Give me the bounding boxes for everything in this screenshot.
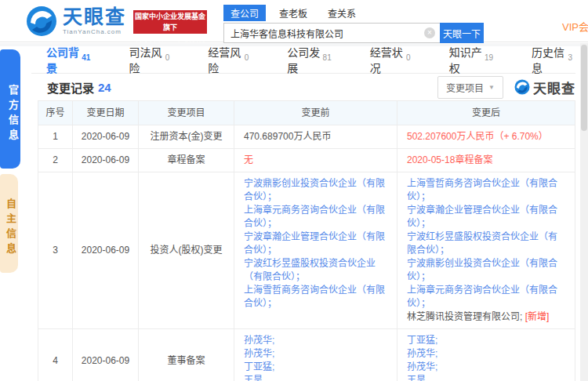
cell-item: 董事备案 <box>139 329 234 381</box>
clear-icon[interactable]: × <box>424 27 435 38</box>
entity-link[interactable]: 孙茂华; <box>407 361 437 372</box>
entity-link[interactable]: 上海雪哲商务咨询合伙企业（有限合伙）； <box>407 178 557 202</box>
table-row: 22020-06-09章程备案无2020-05-18章程备案 <box>38 149 575 172</box>
cell-text: 470.689700万人民币 <box>244 131 331 142</box>
entity-link[interactable]: 丁亚猛; <box>244 361 274 372</box>
cell-text: 林芝腾讯投资管理有限公司; <box>407 311 525 322</box>
badge-line2: 官方备案企业征信机构 <box>133 33 207 44</box>
cell-line: 孙茂华; <box>407 347 437 361</box>
nav-tab-公司背景[interactable]: 公司背景41 <box>43 46 93 73</box>
nav-tab-label: 经营状况 <box>370 44 404 75</box>
scrollbar-thumb[interactable] <box>581 45 587 131</box>
search-tab-查关系[interactable]: 查关系 <box>321 5 363 21</box>
table-header-cell: 变更日期 <box>73 101 139 125</box>
search-tab-查老板[interactable]: 查老板 <box>272 5 314 21</box>
cell-line: 王昊 <box>244 374 263 381</box>
nav-tab-经营状况[interactable]: 经营状况0 <box>367 46 414 73</box>
cell-after: 丁亚猛;孙茂华;孙茂华;王昊 <box>397 329 575 381</box>
entity-link[interactable]: 孙茂华; <box>244 348 274 359</box>
entity-link[interactable]: 王昊 <box>244 375 263 381</box>
side-tab-官方信息[interactable]: 官方信息 <box>0 49 20 169</box>
nav-tab-count: 0 <box>165 53 170 62</box>
entity-link[interactable]: 宁波鼎影创业投资合伙企业（有限合伙）； <box>244 178 385 202</box>
certification-badge: 国家中小企业发展基金旗下 官方备案企业征信机构 <box>133 10 207 34</box>
entity-link[interactable]: 上海章元商务咨询合伙企业（有限合伙）； <box>407 285 557 309</box>
nav-tab-count: 81 <box>323 53 332 62</box>
nav-tab-label: 公司背景 <box>46 44 79 75</box>
cell-line: 宁波红杉昱盛股权投资合伙企业（有限合伙）； <box>244 257 387 284</box>
watermark-eye-icon <box>514 79 530 95</box>
cell-line: 无 <box>244 154 253 167</box>
cell-no: 3 <box>38 172 73 328</box>
nav-tab-司法风险[interactable]: 司法风险0 <box>125 46 172 73</box>
entity-link[interactable]: 上海章元商务咨询合伙企业（有限合伙）； <box>244 205 385 229</box>
entity-link[interactable]: 丁亚猛; <box>407 335 437 346</box>
entity-link[interactable]: 宁波鼎影创业投资合伙企业（有限合伙）； <box>407 258 557 282</box>
change-count-badge: 24 <box>98 81 111 94</box>
cell-line: 丁亚猛; <box>407 334 437 347</box>
entity-link[interactable]: 宁波红杉昱盛股权投资合伙企业（有限合伙）； <box>244 258 376 282</box>
cell-line: 丁亚猛; <box>244 361 274 374</box>
page-scrollbar[interactable] <box>580 43 588 381</box>
table-header-cell: 序号 <box>38 101 73 125</box>
nav-tab-count: 19 <box>485 53 493 62</box>
nav-tab-label: 经营风险 <box>208 44 241 75</box>
entity-link[interactable]: 上海雪哲商务咨询合伙企业（有限合伙）； <box>244 285 385 309</box>
cell-date: 2020-06-09 <box>73 329 139 381</box>
cell-line: 王昊 <box>407 374 426 381</box>
cell-line: 孙茂华; <box>244 347 274 361</box>
nav-tab-label: 历史信息 <box>532 44 565 75</box>
change-item-filter-dropdown[interactable]: 变更项目 ▼ <box>437 76 503 99</box>
search-module: 查公司查老板查关系 × 天眼一下 <box>223 5 484 43</box>
entity-link[interactable]: 宁波章瀚企业管理合伙企业（有限合伙）； <box>407 205 557 229</box>
nav-tab-label: 司法风险 <box>129 44 162 75</box>
company-nav-tabs: 公司背景41司法风险0经营风险0公司发展81经营状况0知识产权19历史信息3 <box>31 46 575 74</box>
cell-before: 宁波鼎影创业投资合伙企业（有限合伙）；上海章元商务咨询合伙企业（有限合伙）；宁波… <box>234 172 397 328</box>
cell-before: 孙茂华;孙茂华;丁亚猛;王昊 <box>234 329 397 381</box>
table-header-cell: 变更后 <box>397 101 575 125</box>
nav-tab-经营风险[interactable]: 经营风险0 <box>205 46 252 73</box>
change-table-body: 12020-06-09注册资本(金)变更470.689700万人民币502.20… <box>38 125 575 381</box>
cell-line: 宁波章瀚企业管理合伙企业（有限合伙）； <box>407 204 565 230</box>
cell-text: 2020-05-18章程备案 <box>407 154 492 165</box>
badge-line1: 国家中小企业发展基金旗下 <box>133 11 207 33</box>
cell-line: 上海雪哲商务咨询合伙企业（有限合伙）； <box>407 177 565 204</box>
cell-line: 孙茂华; <box>407 361 437 374</box>
change-record-table: 序号变更日期变更项目变更前变更后 12020-06-09注册资本(金)变更470… <box>38 100 575 381</box>
nav-tab-公司发展[interactable]: 公司发展81 <box>284 46 334 73</box>
watermark-logo: 天眼查 <box>514 78 575 97</box>
nav-tab-知识产权[interactable]: 知识产权19 <box>446 46 496 73</box>
cell-no: 4 <box>38 329 73 381</box>
cell-line: 宁波红杉昱盛股权投资合伙企业（有限合伙）； <box>407 230 565 257</box>
cell-item: 章程备案 <box>139 149 234 172</box>
cell-line: 502.207600万人民币（+ 6.70%） <box>407 130 548 143</box>
entity-link[interactable]: 宁波红杉昱盛股权投资合伙企业（有限合伙）； <box>407 231 557 256</box>
entity-link[interactable]: 宁波章瀚企业管理合伙企业（有限合伙）； <box>244 231 385 256</box>
cell-no: 2 <box>38 149 73 172</box>
tianyancha-logo[interactable]: 天眼查 TianYanCha.com <box>26 5 126 37</box>
cell-item: 投资人(股权)变更 <box>139 172 234 328</box>
cell-line: 470.689700万人民币 <box>244 130 331 143</box>
entity-link[interactable]: 王昊 <box>407 375 426 381</box>
table-row: 32020-06-09投资人(股权)变更宁波鼎影创业投资合伙企业（有限合伙）；上… <box>38 172 575 329</box>
cell-no: 1 <box>38 125 73 148</box>
table-row: 12020-06-09注册资本(金)变更470.689700万人民币502.20… <box>38 125 575 149</box>
entity-link[interactable]: 孙茂华; <box>244 335 274 346</box>
search-button[interactable]: 天眼一下 <box>440 23 484 43</box>
chevron-down-icon: ▼ <box>488 84 495 91</box>
entity-link[interactable]: 孙茂华; <box>407 348 437 359</box>
section-header: 变更记录 24 变更项目 ▼ 天眼查 <box>31 74 575 100</box>
table-header-cell: 变更项目 <box>139 101 234 125</box>
filter-label: 变更项目 <box>446 81 484 94</box>
search-tab-查公司[interactable]: 查公司 <box>223 5 266 21</box>
side-tab-自主信息[interactable]: 自主信息 <box>0 174 18 273</box>
vip-member-link[interactable]: VIP会员 <box>562 19 588 34</box>
cell-line: 2020-05-18章程备案 <box>407 154 492 167</box>
nav-tab-历史信息[interactable]: 历史信息3 <box>528 46 575 73</box>
nav-tab-label: 知识产权 <box>449 44 482 75</box>
cell-line: 宁波鼎影创业投资合伙企业（有限合伙）； <box>244 177 387 204</box>
search-input[interactable] <box>223 23 440 43</box>
nav-tab-count: 3 <box>568 53 572 62</box>
top-header: 天眼查 TianYanCha.com 国家中小企业发展基金旗下 官方备案企业征信… <box>0 0 588 42</box>
nav-tab-count: 0 <box>245 53 249 62</box>
